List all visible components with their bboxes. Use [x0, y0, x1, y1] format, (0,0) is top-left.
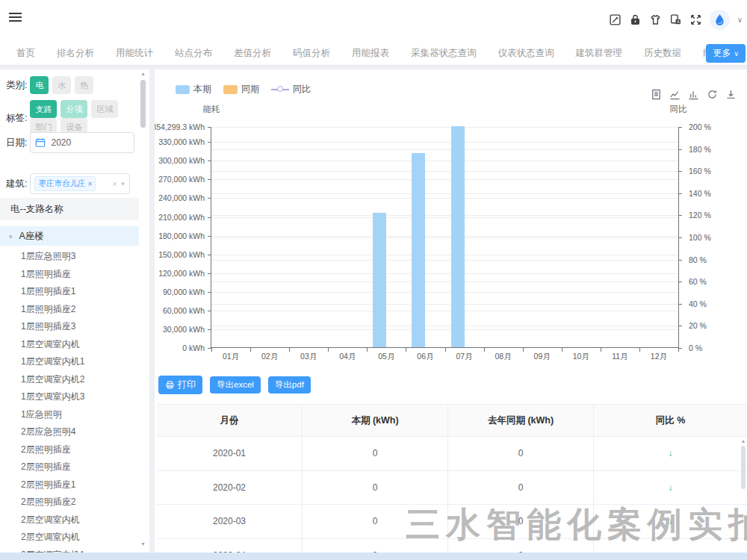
- tree-item[interactable]: 1层空调室内机2: [0, 371, 139, 389]
- tree-item[interactable]: 2层照明插座: [0, 458, 139, 476]
- tree-item[interactable]: 2层照明插座2: [0, 494, 139, 511]
- tab-item[interactable]: 差值分析: [228, 41, 277, 65]
- gridline: [211, 304, 678, 305]
- tag-chip[interactable]: 区域: [91, 100, 118, 118]
- tab-item[interactable]: 建筑群管理: [570, 41, 629, 65]
- line-chart-icon[interactable]: [669, 89, 681, 100]
- note-edit-icon[interactable]: [609, 13, 622, 26]
- tab-item[interactable]: 首页: [10, 41, 41, 65]
- category-chip[interactable]: 电: [30, 76, 49, 94]
- lock-icon[interactable]: [629, 13, 642, 26]
- date-input[interactable]: [49, 137, 112, 149]
- tab-item[interactable]: 码值分析: [287, 41, 336, 65]
- left-axis-tick: [208, 311, 211, 311]
- table-scrollbar-thumb[interactable]: [741, 446, 746, 489]
- left-axis-tick-label: 60,000 kWh: [163, 306, 205, 315]
- table-cell: ↓: [594, 539, 747, 553]
- chevron-down-icon[interactable]: ∨: [737, 16, 743, 24]
- language-card-icon[interactable]: A: [669, 13, 682, 26]
- left-axis-tick-label: 180,000 kWh: [158, 231, 205, 240]
- tree-item[interactable]: 1应急照明: [0, 406, 139, 424]
- export-excel-button[interactable]: 导出excel: [210, 376, 261, 393]
- tag-label: 标签:: [6, 112, 27, 125]
- export-pdf-button[interactable]: 导出pdf: [268, 376, 311, 393]
- gridline: [211, 237, 678, 238]
- legend-item-3[interactable]: 同比: [271, 83, 311, 96]
- scroll-up-arrow-icon[interactable]: ▴: [140, 71, 146, 77]
- fullscreen-icon[interactable]: [689, 13, 702, 26]
- scrollbar-thumb[interactable]: [140, 80, 146, 128]
- left-axis-tick: [208, 127, 211, 128]
- date-label: 日期:: [6, 137, 27, 149]
- left-axis-tick: [208, 236, 211, 237]
- right-axis-tick: [678, 171, 682, 172]
- x-axis-tick: [484, 348, 485, 352]
- bottom-scrollbar-strip[interactable]: [0, 553, 747, 560]
- legend-label: 本期: [193, 83, 211, 96]
- select-clear-icon[interactable]: ×: [112, 179, 117, 188]
- tree-item[interactable]: 1层照明插座: [0, 266, 139, 284]
- tab-item[interactable]: 采集器状态查询: [405, 41, 483, 65]
- select-caret-icon[interactable]: ▼: [120, 181, 126, 187]
- table-column-header: 月份: [157, 405, 303, 436]
- tree-item[interactable]: 1层照明插座1: [0, 283, 139, 301]
- x-axis-tick: [367, 348, 368, 352]
- tree-item[interactable]: 2层空调室内机: [0, 511, 139, 529]
- tag-row: 标签: 支路分项区域部门设备: [6, 100, 149, 136]
- right-axis-tick: [678, 149, 682, 150]
- x-axis-tick-label: 01月: [223, 352, 239, 362]
- tree-item[interactable]: 1层应急照明3: [0, 248, 139, 266]
- building-select[interactable]: 枣庄市台儿庄× × ▼: [30, 173, 130, 194]
- table-scrollbar[interactable]: ▴: [740, 438, 746, 550]
- more-caret-icon: ∨: [734, 50, 739, 57]
- legend-item-2[interactable]: 同期: [223, 83, 259, 96]
- gridline: [211, 260, 678, 261]
- tag-chip[interactable]: 支路: [30, 100, 57, 118]
- tag-close-icon[interactable]: ×: [87, 180, 92, 188]
- tab-item[interactable]: 仪表状态查询: [492, 41, 560, 65]
- tree-item[interactable]: 2层空调室内机: [0, 529, 139, 547]
- print-button[interactable]: 打印: [158, 376, 202, 394]
- tree-item[interactable]: 1层空调室内机: [0, 336, 139, 354]
- date-picker[interactable]: [30, 132, 134, 153]
- tree-item[interactable]: 1层照明插座2: [0, 301, 139, 319]
- tree-item[interactable]: 2层照明插座1: [0, 476, 139, 494]
- x-axis-tick-label: 06月: [417, 352, 433, 362]
- category-chip[interactable]: 热: [75, 76, 93, 94]
- theme-shirt-icon[interactable]: [649, 13, 662, 26]
- tree-root-node[interactable]: ▾A座楼: [0, 226, 139, 246]
- data-view-icon[interactable]: [651, 89, 662, 100]
- tree-item[interactable]: 2层照明插座: [0, 441, 139, 459]
- more-button[interactable]: 更多∨: [706, 44, 746, 63]
- tab-item[interactable]: 历史数据: [638, 41, 687, 65]
- tree-item[interactable]: 2层空调室内机1: [0, 547, 139, 553]
- tree-item[interactable]: 1层空调室内机3: [0, 388, 139, 406]
- tab-item[interactable]: 用能统计: [110, 41, 159, 65]
- hamburger-menu-icon[interactable]: [9, 13, 22, 22]
- x-axis-tick: [601, 348, 601, 352]
- tab-item[interactable]: 排名分析: [51, 41, 100, 65]
- bar-chart-icon[interactable]: [688, 89, 699, 100]
- restore-icon[interactable]: [707, 89, 718, 100]
- comparison-table: 月份本期 (kWh)去年同期 (kWh)同比 % 2020-0100↓2020-…: [157, 404, 747, 553]
- left-axis-tick: [208, 198, 211, 199]
- right-axis-tick-label: 0 %: [689, 343, 702, 352]
- scroll-down-arrow-icon[interactable]: ▾: [140, 541, 146, 547]
- sidebar-scrollbar[interactable]: ▴ ▾: [140, 71, 146, 550]
- tree-expand-caret-icon[interactable]: ▾: [9, 233, 13, 240]
- table-scroll-up-icon[interactable]: ▴: [740, 438, 746, 444]
- download-icon[interactable]: [725, 89, 737, 100]
- left-axis-tick-label: 150,000 kWh: [158, 250, 205, 259]
- right-axis-tick: [678, 304, 682, 305]
- tree-item[interactable]: 2层应急照明4: [0, 423, 139, 441]
- right-axis-tick-label: 20 %: [689, 321, 707, 330]
- legend-item-1[interactable]: 本期: [176, 83, 211, 96]
- gridline: [211, 149, 678, 150]
- tab-item[interactable]: 站点分布: [169, 41, 218, 65]
- brand-logo[interactable]: [710, 10, 730, 30]
- tab-item[interactable]: 用能报表: [346, 41, 395, 65]
- tree-item[interactable]: 1层空调室内机1: [0, 353, 139, 371]
- category-chip[interactable]: 水: [52, 76, 71, 94]
- tag-chip[interactable]: 分项: [61, 100, 87, 118]
- tree-item[interactable]: 1层照明插座3: [0, 318, 139, 336]
